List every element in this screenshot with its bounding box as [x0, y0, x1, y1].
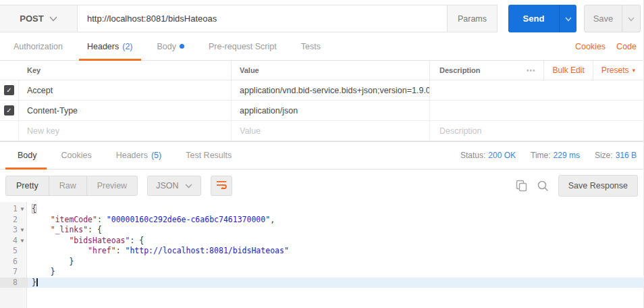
code-text[interactable]: "bidsHateoas": {	[28, 236, 643, 247]
json-string: "00000160c292de6e-c6a6bc7461370000"	[107, 215, 270, 224]
url-bar: POST http://localhost:8081/bidsHateoas P…	[0, 5, 498, 32]
response-meta: Status:200 OKTime:229 msSize:316 B	[460, 142, 637, 169]
description-cell[interactable]	[429, 80, 643, 100]
tab-cookies[interactable]: Cookies	[49, 142, 104, 169]
cookies-link[interactable]: Cookies	[575, 42, 606, 51]
matched-brace: {	[32, 204, 36, 213]
response-tabs: BodyCookiesHeaders(5)Test Results Status…	[0, 142, 643, 170]
new-description-input[interactable]: Description	[429, 121, 643, 140]
meta-value[interactable]: 316 B	[616, 151, 637, 160]
meta-value[interactable]: 200 OK	[488, 151, 516, 160]
meta-label: Status:	[460, 151, 485, 160]
column-header-description: Description ••• Bulk Edit Presets ▾	[429, 61, 643, 80]
meta-label: Time:	[531, 151, 551, 160]
json-punctuation: : {	[88, 225, 102, 234]
json-key: "_links"	[51, 225, 88, 234]
text-cursor	[36, 278, 38, 286]
send-button-group: Send	[508, 5, 576, 32]
code-text[interactable]: {	[28, 204, 643, 215]
view-pretty[interactable]: Pretty	[6, 176, 49, 195]
tab-label: Authorization	[14, 42, 63, 51]
response-meta-list: Status:200 OKTime:229 msSize:316 B	[460, 151, 637, 160]
tab-test-results[interactable]: Test Results	[173, 142, 244, 169]
new-key-input[interactable]: New key	[19, 121, 231, 140]
json-punctuation	[32, 246, 88, 255]
send-dropdown-button[interactable]	[559, 5, 576, 32]
checkbox[interactable]: ✓	[4, 85, 14, 95]
params-button[interactable]: Params	[447, 5, 497, 32]
tab-tests[interactable]: Tests	[289, 32, 333, 60]
tab-count-badge: (2)	[122, 42, 132, 51]
word-wrap-icon	[216, 180, 227, 192]
code-link[interactable]: Code	[616, 42, 637, 51]
view-preview[interactable]: Preview	[86, 176, 137, 195]
checkbox-cell: ✓	[0, 101, 19, 120]
caret-down-icon: ▾	[632, 67, 635, 74]
description-cell[interactable]	[429, 101, 643, 120]
checkbox-cell: ✓	[0, 80, 19, 100]
tab-label: Pre-request Script	[209, 42, 277, 51]
code-text[interactable]: "itemCode": "00000160c292de6e-c6a6bc7461…	[28, 215, 643, 226]
code-text[interactable]: "_links": {	[28, 225, 643, 236]
key-cell[interactable]: Content-Type	[19, 101, 231, 120]
method-select[interactable]: POST	[0, 5, 78, 32]
json-punctuation: }	[32, 257, 74, 266]
tab-label: Test Results	[186, 151, 232, 160]
response-toolbar: Pretty Raw Preview JSON	[0, 170, 643, 202]
request-tabs-list: AuthorizationHeaders(2)BodyPre-request S…	[1, 32, 333, 60]
meta-value[interactable]: 229 ms	[554, 151, 580, 160]
language-select[interactable]: JSON	[147, 176, 201, 196]
checkbox-cell	[0, 121, 19, 140]
json-key: "bidsHateoas"	[69, 236, 130, 245]
code-line-4: 4▼ "bidsHateoas": {	[0, 236, 643, 247]
fold-spacer	[18, 215, 27, 226]
tab-pre-request-script[interactable]: Pre-request Script	[196, 32, 289, 60]
url-input[interactable]: http://localhost:8081/bidsHateoas	[78, 5, 447, 32]
view-raw[interactable]: Raw	[49, 176, 86, 195]
send-button[interactable]: Send	[508, 5, 559, 32]
header-actions: ••• Bulk Edit Presets ▾	[518, 61, 643, 80]
headers-table: Key Value Description ••• Bulk Edit Pres…	[0, 61, 643, 141]
fold-arrow-icon[interactable]: ▼	[18, 204, 27, 215]
fold-arrow-icon[interactable]: ▼	[18, 225, 27, 236]
toolbar-right: Save Response	[516, 175, 638, 197]
tab-label: Tests	[301, 42, 321, 51]
key-cell[interactable]: Accept	[19, 80, 231, 100]
header-row-content-type: ✓Content-Typeapplication/json	[0, 101, 643, 121]
json-punctuation: : {	[130, 236, 144, 245]
line-number-label: 1	[0, 204, 18, 215]
json-punctuation: :	[116, 246, 126, 255]
code-text[interactable]: }	[28, 257, 643, 267]
language-label: JSON	[156, 181, 178, 190]
value-cell[interactable]: application/vnd.bid-service.bids+json;ve…	[231, 80, 429, 100]
code-text[interactable]: }	[28, 278, 643, 288]
code-text[interactable]: }	[28, 267, 643, 278]
response-body[interactable]: 1▼{2 "itemCode": "00000160c292de6e-c6a6b…	[0, 202, 643, 308]
tab-body[interactable]: Body	[5, 142, 49, 169]
json-punctuation: }	[32, 278, 36, 287]
copy-icon[interactable]	[516, 180, 527, 192]
tab-count-badge: (5)	[151, 151, 161, 160]
presets-dropdown[interactable]: Presets ▾	[593, 61, 643, 80]
checkbox[interactable]: ✓	[4, 105, 14, 116]
fold-arrow-icon[interactable]: ▼	[18, 236, 27, 247]
save-button[interactable]: Save	[584, 5, 622, 32]
tab-headers[interactable]: Headers(5)	[104, 142, 174, 169]
line-number-label: 8	[0, 278, 18, 288]
bulk-edit-link[interactable]: Bulk Edit	[544, 61, 592, 80]
value-cell[interactable]: application/json	[231, 101, 429, 120]
save-response-button[interactable]: Save Response	[558, 175, 638, 197]
wrap-lines-button[interactable]	[211, 176, 232, 196]
more-options-icon[interactable]: •••	[518, 61, 544, 80]
tab-headers[interactable]: Headers(2)	[75, 32, 145, 60]
tab-body[interactable]: Body	[145, 32, 197, 60]
search-icon[interactable]	[537, 180, 549, 192]
json-key: "href"	[88, 246, 116, 255]
line-number: 8	[0, 278, 28, 288]
save-dropdown-button[interactable]	[622, 5, 641, 32]
code-text[interactable]: "href": "http://localhost:8081/bidsHateo…	[28, 246, 643, 257]
tab-authorization[interactable]: Authorization	[1, 32, 75, 60]
chevron-down-icon	[49, 16, 57, 22]
meta-size: Size:316 B	[595, 151, 637, 160]
new-value-input[interactable]: Value	[231, 121, 429, 140]
